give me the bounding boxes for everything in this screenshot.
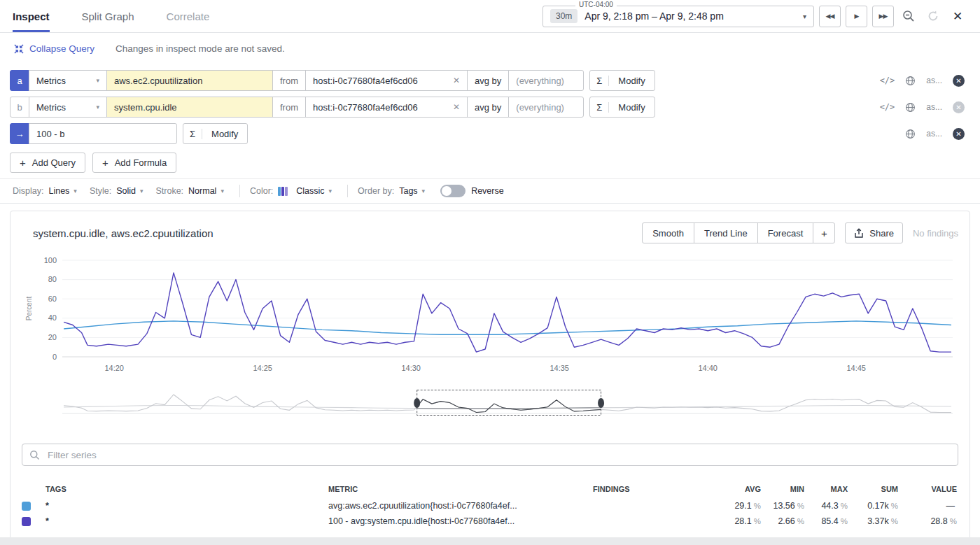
add-buttons-row: + Add Query + Add Formula — [10, 153, 970, 173]
group-by-value: (everything) — [516, 76, 564, 86]
top-bar: Inspect Split Graph Correlate UTC-04:00 … — [0, 0, 980, 33]
query-letter-badge[interactable]: a — [10, 70, 29, 91]
source-select-value: Metrics — [36, 76, 66, 86]
add-query-button[interactable]: + Add Query — [10, 153, 85, 173]
range-badge[interactable]: 30m — [550, 9, 578, 23]
chevron-down-icon[interactable]: ▾ — [803, 13, 806, 20]
minimap-area[interactable] — [22, 389, 958, 420]
max-value: 44.3 — [821, 501, 838, 511]
collapse-query-link[interactable]: Collapse Query — [14, 43, 94, 54]
metric-input[interactable]: aws.ec2.cpuutilization — [106, 70, 273, 91]
tab-correlate[interactable]: Correlate — [167, 0, 210, 32]
smooth-button[interactable]: Smooth — [642, 222, 694, 243]
col-header-value: VALUE — [898, 485, 957, 493]
filter-series-box[interactable] — [22, 444, 958, 466]
formula-input[interactable]: 100 - b — [29, 123, 177, 144]
source-select[interactable]: Metrics ▾ — [29, 70, 107, 91]
style-label: Style: — [90, 186, 111, 196]
table-row[interactable]: * 100 - avg:system.cpu.idle{host:i-0c776… — [22, 514, 958, 529]
trend-line-button[interactable]: Trend Line — [694, 222, 758, 243]
group-by-input[interactable]: (everything) — [508, 70, 584, 91]
svg-text:80: 80 — [48, 275, 57, 283]
formula-row: → 100 - b Σ Modify as... ✕ — [10, 123, 970, 144]
play-icon: ▶ — [855, 13, 859, 20]
tab-split-graph[interactable]: Split Graph — [82, 0, 134, 32]
play-button[interactable]: ▶ — [846, 6, 867, 27]
stroke-select[interactable]: Normal ▾ — [188, 186, 224, 196]
display-select[interactable]: Lines ▾ — [48, 186, 76, 196]
globe-icon[interactable] — [905, 76, 916, 86]
style-select[interactable]: Solid ▾ — [116, 186, 143, 196]
alias-link[interactable]: as... — [926, 76, 942, 85]
remove-scope-icon[interactable]: ✕ — [453, 102, 460, 112]
agg-label-text: avg by — [475, 76, 501, 86]
scope-filter[interactable]: host:i-0c77680fa4ef6cd06 ✕ — [305, 70, 468, 91]
forecast-button[interactable]: Forecast — [757, 222, 814, 243]
remove-query-button[interactable]: ✕ — [953, 101, 965, 113]
scope-value: host:i-0c77680fa4ef6cd06 — [313, 76, 418, 86]
agg-label[interactable]: avg by — [467, 70, 509, 91]
formula-badge[interactable]: → — [10, 123, 29, 144]
query-row-b: b Metrics ▾ system.cpu.idle from host:i-… — [10, 97, 970, 118]
refresh-button[interactable] — [923, 6, 943, 27]
chevron-down-icon: ▾ — [329, 187, 332, 194]
chart-title: system.cpu.idle, aws.ec2.cpuutilization — [33, 227, 214, 239]
tab-inspect[interactable]: Inspect — [13, 0, 50, 32]
modify-button[interactable]: Σ Modify — [589, 97, 654, 118]
divider — [347, 185, 348, 197]
no-findings-label: No findings — [913, 228, 958, 239]
tab-correlate-label: Correlate — [167, 10, 210, 22]
tag-cell[interactable]: * — [46, 516, 49, 526]
main-chart[interactable]: 02040608010014:2014:2514:3014:3514:4014:… — [22, 253, 957, 376]
table-row[interactable]: * avg:aws.ec2.cpuutilization{host:i-0c77… — [22, 498, 958, 514]
code-view-icon[interactable]: </> — [880, 102, 895, 112]
time-range-picker[interactable]: UTC-04:00 30m Apr 9, 2:18 pm – Apr 9, 2:… — [542, 6, 814, 27]
max-unit: % — [841, 517, 848, 525]
tag-cell[interactable]: * — [46, 501, 49, 511]
add-overlay-button[interactable]: + — [813, 222, 835, 243]
zoom-out-button[interactable] — [899, 6, 918, 27]
series-color-swatch[interactable] — [22, 502, 31, 511]
tab-split-graph-label: Split Graph — [82, 10, 134, 22]
order-by-select[interactable]: Tags ▾ — [399, 186, 425, 196]
globe-icon[interactable] — [905, 102, 916, 113]
step-back-button[interactable]: ◀◀ — [819, 6, 841, 27]
series-color-swatch[interactable] — [22, 517, 31, 526]
avg-unit: % — [754, 502, 761, 510]
main-chart-area[interactable]: 02040608010014:2014:2514:3014:3514:4014:… — [22, 253, 958, 379]
step-forward-button[interactable]: ▶▶ — [872, 6, 894, 27]
query-letter-badge[interactable]: b — [10, 97, 29, 118]
stroke-label: Stroke: — [155, 186, 183, 196]
refresh-icon — [927, 10, 939, 22]
filter-series-input[interactable] — [46, 449, 951, 461]
code-view-icon[interactable]: </> — [880, 76, 895, 85]
scope-filter[interactable]: host:i-0c77680fa4ef6cd06 ✕ — [305, 97, 468, 118]
col-header-metric: METRIC — [328, 485, 593, 493]
alias-link[interactable]: as... — [926, 102, 942, 112]
remove-query-button[interactable]: ✕ — [953, 75, 965, 87]
alias-link[interactable]: as... — [926, 129, 942, 139]
color-label: Color: — [250, 186, 273, 196]
tab-inspect-label: Inspect — [13, 10, 50, 22]
add-formula-button[interactable]: + Add Formula — [92, 153, 176, 173]
reverse-toggle[interactable] — [440, 185, 465, 197]
agg-label[interactable]: avg by — [467, 97, 509, 118]
modify-button[interactable]: Σ Modify — [183, 123, 248, 144]
modify-button[interactable]: Σ Modify — [589, 70, 654, 91]
close-button[interactable]: ✕ — [948, 6, 967, 27]
remove-formula-button[interactable]: ✕ — [953, 128, 965, 140]
tab-bar: Inspect Split Graph Correlate — [13, 0, 209, 32]
minimap-chart[interactable] — [22, 389, 957, 417]
reverse-label: Reverse — [471, 186, 504, 196]
group-by-input[interactable]: (everything) — [508, 97, 584, 118]
share-button[interactable]: Share — [845, 222, 903, 243]
query-row-a: a Metrics ▾ aws.ec2.cpuutilization from … — [10, 70, 970, 91]
source-select[interactable]: Metrics ▾ — [29, 97, 107, 118]
metric-input-value: aws.ec2.cpuutilization — [114, 76, 202, 86]
divider — [239, 185, 240, 197]
color-select[interactable]: Classic ▾ — [278, 186, 332, 196]
bottom-scroll-strip[interactable] — [0, 537, 980, 545]
remove-scope-icon[interactable]: ✕ — [453, 76, 460, 85]
globe-icon[interactable] — [905, 129, 916, 139]
metric-input[interactable]: system.cpu.idle — [106, 97, 273, 118]
